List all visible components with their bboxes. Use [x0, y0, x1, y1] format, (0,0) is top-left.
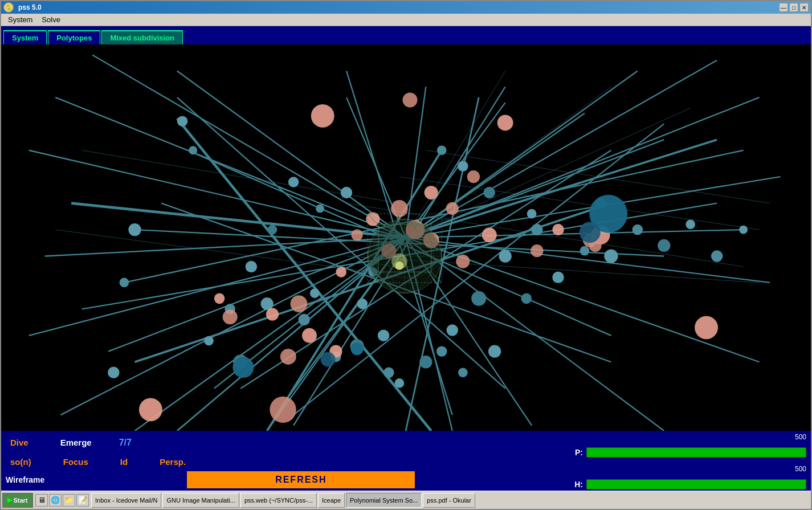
svg-point-103 — [425, 186, 438, 199]
svg-line-35 — [293, 87, 505, 425]
svg-line-2 — [92, 55, 406, 238]
so-n-button[interactable]: so(n) — [6, 455, 36, 469]
svg-point-105 — [406, 220, 425, 239]
svg-line-52 — [406, 87, 611, 238]
svg-point-89 — [341, 187, 352, 198]
svg-point-116 — [223, 309, 238, 324]
taskbar-item-2[interactable]: pss.web (~/SYNC/pss-... — [240, 493, 317, 508]
svg-point-108 — [446, 202, 459, 215]
svg-point-123 — [531, 244, 543, 257]
svg-line-148 — [431, 272, 442, 283]
svg-line-3 — [177, 71, 406, 238]
svg-point-70 — [419, 356, 432, 368]
emerge-button[interactable]: Emerge — [56, 435, 96, 450]
svg-point-138 — [389, 219, 421, 293]
ql-icon-1[interactable]: 🖥 — [35, 494, 48, 507]
menu-system[interactable]: System — [3, 14, 37, 25]
svg-point-133 — [350, 342, 363, 355]
svg-point-120 — [329, 345, 342, 358]
svg-point-122 — [482, 227, 497, 242]
bottom-controls: 500 P: 500 H: Dive Emerge 7/7 — [1, 431, 811, 491]
svg-line-27 — [406, 230, 744, 238]
svg-point-127 — [695, 316, 718, 339]
svg-line-32 — [240, 150, 611, 389]
persp-button[interactable]: Persp. — [155, 455, 190, 469]
svg-line-41 — [71, 203, 406, 238]
tab-system[interactable]: System — [3, 30, 47, 44]
tab-mixed-subdivision[interactable]: Mixed subdivision — [101, 30, 183, 44]
svg-line-13 — [406, 97, 759, 238]
svg-point-98 — [531, 224, 542, 235]
refresh-button[interactable]: REFRESH — [187, 471, 415, 488]
svg-line-20 — [406, 238, 532, 426]
svg-point-59 — [233, 354, 248, 369]
taskbar-item-5[interactable]: pss.pdf - Okular — [423, 493, 475, 508]
svg-point-100 — [402, 93, 417, 108]
svg-point-125 — [583, 234, 597, 247]
svg-line-147 — [431, 214, 442, 225]
close-button[interactable]: ✕ — [799, 3, 809, 12]
dark-teal-nodes — [232, 195, 627, 378]
tab-polytopes[interactable]: Polytopes — [48, 30, 100, 44]
p-label: P: — [567, 448, 583, 457]
svg-point-107 — [423, 232, 439, 248]
svg-line-47 — [426, 150, 770, 203]
p-slider-track[interactable] — [586, 447, 806, 458]
taskbar-item-1[interactable]: GNU Image Manipulati... — [162, 493, 239, 508]
svg-point-82 — [711, 250, 723, 262]
svg-point-81 — [685, 219, 695, 229]
svg-point-126 — [591, 226, 610, 244]
svg-point-63 — [330, 352, 341, 362]
svg-line-23 — [406, 87, 426, 238]
svg-point-104 — [391, 200, 408, 217]
svg-line-5 — [45, 238, 406, 256]
taskbar-item-4[interactable]: Polynomial System So... — [346, 493, 422, 508]
svg-line-49 — [55, 230, 373, 272]
svg-line-17 — [406, 238, 770, 283]
3d-viewport[interactable] — [1, 44, 811, 431]
svg-point-58 — [108, 367, 119, 378]
svg-point-132 — [321, 352, 336, 367]
svg-line-34 — [346, 71, 452, 415]
svg-point-83 — [739, 226, 748, 234]
focus-button[interactable]: Focus — [59, 455, 93, 469]
taskbar: ▶ Start 🖥 🌐 📁 📝 Inbox - Icedove Mail/N G… — [1, 491, 811, 509]
ql-icon-2[interactable]: 🌐 — [49, 494, 62, 507]
svg-point-76 — [552, 271, 564, 283]
dive-button[interactable]: Dive — [6, 435, 33, 450]
menu-solve[interactable]: Solve — [37, 14, 65, 25]
svg-point-139 — [376, 219, 434, 293]
taskbar-item-0[interactable]: Inbox - Icedove Mail/N — [91, 493, 161, 508]
ql-icon-3[interactable]: 📁 — [63, 494, 75, 507]
svg-point-112 — [291, 295, 308, 312]
svg-point-131 — [232, 357, 254, 378]
start-button[interactable]: ▶ Start — [2, 493, 33, 508]
svg-line-36 — [161, 203, 611, 362]
ql-icon-4[interactable]: 📝 — [76, 494, 89, 507]
center-globe — [368, 219, 442, 293]
svg-line-15 — [406, 71, 638, 238]
svg-line-28 — [177, 97, 505, 389]
minimize-button[interactable]: — — [779, 3, 788, 12]
salmon-nodes — [139, 93, 718, 423]
svg-line-14 — [406, 60, 717, 238]
sliders-panel: 500 P: 500 H: — [567, 433, 806, 492]
svg-point-124 — [552, 224, 564, 235]
wireframe-label: Wireframe — [6, 475, 44, 484]
svg-point-65 — [357, 299, 368, 309]
svg-line-7 — [60, 238, 406, 415]
svg-line-40 — [406, 140, 717, 238]
window-controls: — □ ✕ — [779, 3, 809, 12]
p-value-label: 500 — [795, 433, 806, 441]
svg-point-57 — [120, 278, 129, 288]
svg-point-90 — [316, 204, 324, 213]
svg-line-53 — [406, 108, 691, 238]
taskbar-item-3[interactable]: Iceape — [318, 493, 345, 508]
h-slider-track[interactable] — [586, 479, 806, 489]
svg-point-110 — [351, 229, 362, 240]
id-button[interactable]: Id — [116, 455, 132, 469]
maximize-button[interactable]: □ — [789, 3, 798, 12]
svg-line-25 — [406, 113, 585, 238]
svg-line-26 — [406, 140, 664, 238]
svg-line-21 — [406, 238, 452, 431]
